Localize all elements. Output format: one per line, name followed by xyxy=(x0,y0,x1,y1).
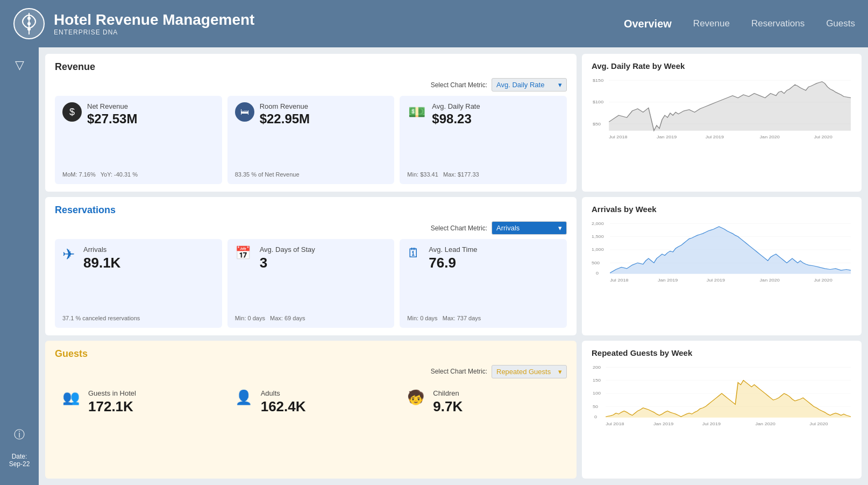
reservations-section: Reservations Select Chart Metric: Arriva… xyxy=(45,197,862,335)
svg-text:100: 100 xyxy=(593,391,601,396)
guests-chart-panel: Repeated Guests by Week 200 150 100 50 0 xyxy=(582,341,862,479)
guests-section: Guests Select Chart Metric: Repeated Gue… xyxy=(45,341,862,479)
svg-text:Jul 2020: Jul 2020 xyxy=(814,135,833,139)
res-chart-area: 2,000 1,500 1,000 500 0 Jul 2018 Jan xyxy=(592,217,852,327)
svg-text:50: 50 xyxy=(593,404,599,409)
clock-calendar-icon: 🗓 xyxy=(407,245,420,261)
res-chart-title: Arrivals by Week xyxy=(592,205,852,214)
svg-text:$150: $150 xyxy=(593,78,604,82)
avg-daily-rate-card: 💵 Avg. Daily Rate $98.23 Min: $33.41 Max… xyxy=(400,96,567,184)
svg-text:2,000: 2,000 xyxy=(592,222,604,226)
svg-text:1,000: 1,000 xyxy=(592,248,604,252)
guests-metric-select[interactable]: Repeated Guests ▾ xyxy=(492,365,567,378)
svg-text:1,500: 1,500 xyxy=(592,235,604,239)
svg-text:$50: $50 xyxy=(593,122,601,126)
nav-reservations[interactable]: Reservations xyxy=(751,18,805,29)
nav-overview[interactable]: Overview xyxy=(624,18,672,30)
main-content: Revenue Select Chart Metric: Avg. Daily … xyxy=(39,47,868,485)
adults-card: 👤 Adults 162.4K xyxy=(227,383,395,471)
reservations-title: Reservations xyxy=(55,205,567,216)
svg-text:Jul 2020: Jul 2020 xyxy=(814,278,833,283)
svg-point-3 xyxy=(27,22,31,25)
svg-text:Jul 2019: Jul 2019 xyxy=(707,278,725,283)
nav-guests[interactable]: Guests xyxy=(826,18,855,29)
svg-text:Jul 2019: Jul 2019 xyxy=(706,135,724,139)
revenue-chart-panel: Avg. Daily Rate by Week $150 $100 $50 xyxy=(582,54,862,192)
guests-chart-area: 200 150 100 50 0 Jul 2018 Jan 2019 xyxy=(592,361,852,471)
revenue-metrics: $ Net Revenue $27.53M MoM: 7.16% YoY: -4… xyxy=(55,96,567,184)
svg-text:Jan 2019: Jan 2019 xyxy=(657,135,677,139)
hand-dollar-icon: 💵 xyxy=(407,102,426,122)
svg-point-2 xyxy=(27,17,31,20)
svg-text:Jan 2019: Jan 2019 xyxy=(658,278,678,283)
revenue-chart-title: Avg. Daily Rate by Week xyxy=(592,61,852,71)
res-select-label: Select Chart Metric: xyxy=(431,224,487,232)
revenue-metric-select[interactable]: Avg. Daily Rate ▾ xyxy=(492,78,567,92)
main-nav: Overview Revenue Reservations Guests xyxy=(624,18,855,30)
info-icon[interactable]: ⓘ xyxy=(14,427,25,442)
dollar-icon: $ xyxy=(62,102,82,122)
svg-text:Jan 2019: Jan 2019 xyxy=(653,422,674,426)
reservations-panel: Reservations Select Chart Metric: Arriva… xyxy=(45,197,577,335)
app-subtitle: ENTERPRISE DNA xyxy=(54,29,254,36)
svg-point-4 xyxy=(27,27,31,31)
sidebar-date: Date: Sep-22 xyxy=(9,453,30,474)
svg-text:Jul 2020: Jul 2020 xyxy=(809,422,828,426)
arrivals-card: ✈ Arrivals 89.1K 37.1 % canceled reserva… xyxy=(55,239,222,327)
avg-stay-card: 📅 Avg. Days of Stay 3 Min: 0 days Max: 6… xyxy=(227,239,395,327)
revenue-section: Revenue Select Chart Metric: Avg. Daily … xyxy=(45,54,862,192)
svg-text:Jan 2020: Jan 2020 xyxy=(760,278,780,283)
app-title: Hotel Revenue Management xyxy=(54,11,254,29)
adult-icon: 👤 xyxy=(235,389,252,406)
logo-icon xyxy=(13,8,45,40)
revenue-select-label: Select Chart Metric: xyxy=(431,81,487,89)
header: Hotel Revenue Management ENTERPRISE DNA … xyxy=(0,0,868,47)
svg-text:0: 0 xyxy=(594,415,597,419)
svg-text:Jul 2018: Jul 2018 xyxy=(609,135,628,139)
guests-title: Guests xyxy=(55,348,567,360)
child-icon: 🧒 xyxy=(407,389,424,406)
main-layout: ▽ ⓘ Date: Sep-22 Revenue Select Chart Me… xyxy=(0,47,868,485)
net-revenue-card: $ Net Revenue $27.53M MoM: 7.16% YoY: -4… xyxy=(55,96,222,184)
nav-revenue[interactable]: Revenue xyxy=(693,18,730,29)
svg-text:Jan 2020: Jan 2020 xyxy=(756,422,776,426)
reservations-metrics: ✈ Arrivals 89.1K 37.1 % canceled reserva… xyxy=(55,239,567,327)
svg-text:150: 150 xyxy=(593,378,601,382)
guests-chart-title: Repeated Guests by Week xyxy=(592,348,852,357)
revenue-panel: Revenue Select Chart Metric: Avg. Daily … xyxy=(45,54,577,192)
svg-text:Jul 2019: Jul 2019 xyxy=(702,422,721,426)
plane-icon: ✈ xyxy=(62,245,75,263)
guests-panel: Guests Select Chart Metric: Repeated Gue… xyxy=(45,341,577,479)
sidebar: ▽ ⓘ Date: Sep-22 xyxy=(0,47,39,485)
guests-metrics: 👥 Guests in Hotel 172.1K 👤 Adult xyxy=(55,383,567,471)
svg-text:Jul 2018: Jul 2018 xyxy=(610,278,629,283)
svg-text:500: 500 xyxy=(592,261,600,265)
avg-lead-card: 🗓 Avg. Lead Time 76.9 Min: 0 days Max: 7… xyxy=(400,239,567,327)
guests-hotel-card: 👥 Guests in Hotel 172.1K xyxy=(55,383,222,471)
svg-text:200: 200 xyxy=(593,365,601,369)
calendar-icon: 📅 xyxy=(235,245,251,261)
children-card: 🧒 Children 9.7K xyxy=(400,383,567,471)
res-metric-select[interactable]: Arrivals ▾ xyxy=(492,221,567,235)
svg-text:0: 0 xyxy=(596,271,599,276)
svg-text:Jan 2020: Jan 2020 xyxy=(760,135,780,139)
reservations-chart-panel: Arrivals by Week 2,000 1,500 1,000 500 0 xyxy=(582,197,862,335)
svg-text:Jul 2018: Jul 2018 xyxy=(606,422,624,426)
guests-select-label: Select Chart Metric: xyxy=(431,368,487,375)
header-title: Hotel Revenue Management ENTERPRISE DNA xyxy=(54,11,254,36)
guests-icon: 👥 xyxy=(62,389,80,406)
svg-text:$100: $100 xyxy=(593,100,604,104)
filter-icon[interactable]: ▽ xyxy=(15,58,24,72)
revenue-title: Revenue xyxy=(55,61,567,73)
bed-icon: 🛏 xyxy=(235,102,254,122)
room-revenue-card: 🛏 Room Revenue $22.95M 83.35 % of Net Re… xyxy=(227,96,395,184)
revenue-chart-area: $150 $100 $50 Jul 2018 Jan 2019 xyxy=(592,74,852,184)
